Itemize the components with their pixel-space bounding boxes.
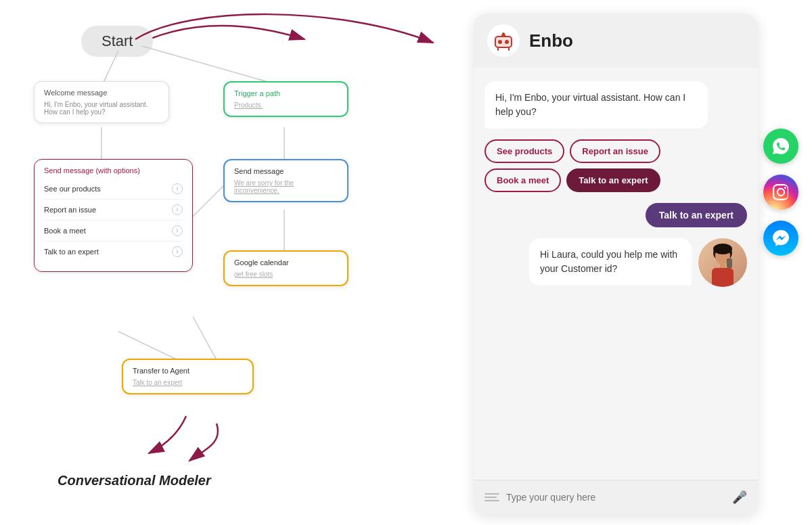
gcal-box: Google calendar get free slots [223,250,348,286]
svg-point-12 [498,40,502,44]
option-dot-expert [172,246,183,257]
option-row-report[interactable]: Report an issue [44,200,183,221]
chat-btn-talk-expert[interactable]: Talk to an expert [566,168,660,192]
options-box: Send message (with options) See our prod… [34,159,193,272]
svg-line-2 [142,46,284,87]
bot-greeting-bubble: Hi, I'm Enbo, your virtual assistant. Ho… [484,81,708,129]
user-choice-bubble: Talk to an expert [646,203,747,227]
transfer-box: Transfer to Agent Talk to an expert [122,359,254,394]
top-arrow-svg [135,26,426,73]
option-dot-products [172,183,183,194]
whatsapp-icon[interactable] [763,129,798,164]
messenger-icon[interactable] [763,221,798,256]
option-row-meet[interactable]: Book a meet [44,221,183,242]
chat-option-buttons: See products Report an issue Book a meet… [484,139,734,192]
svg-point-13 [505,40,509,44]
start-label: Start [102,32,133,49]
svg-rect-23 [727,258,732,268]
svg-point-22 [713,244,732,254]
gcal-title: Google calendar [234,258,338,267]
agent-avatar [698,238,747,287]
chat-btn-see-products[interactable]: See products [484,139,564,163]
trigger-content: Products. [234,101,338,109]
option-row-products[interactable]: See our products [44,179,183,200]
welcome-box: Welcome message Hi, I'm Enbo, your virtu… [34,81,169,123]
chat-input-area: 🎤 [474,480,758,514]
svg-rect-21 [712,268,734,287]
option-dot-meet [172,225,183,236]
chat-header: Enbo [474,14,758,68]
sendmsg-content: We are sorry for the inconvenience. [234,179,338,194]
chat-messages: Hi, I'm Enbo, your virtual assistant. Ho… [474,68,758,480]
svg-point-15 [502,32,505,35]
start-node: Start [81,26,153,57]
transfer-content: Talk to an expert [133,379,243,386]
option-dot-report [172,204,183,215]
chat-btn-report-issue[interactable]: Report an issue [570,139,660,163]
options-title: Send message (with options) [44,166,183,175]
sendmsg-box: Send message We are sorry for the inconv… [223,159,348,202]
bot-avatar [487,24,520,57]
chat-bot-name: Enbo [529,30,573,51]
cm-label: Conversational Modeler [58,473,211,488]
chat-panel: Enbo Hi, I'm Enbo, your virtual assistan… [474,14,758,514]
welcome-title: Welcome message [44,89,159,97]
svg-line-7 [193,183,227,216]
chat-btn-book-meet[interactable]: Book a meet [484,168,561,192]
main-container: Start [0,0,812,525]
agent-bubble: Hi Laura, could you help me with your Cu… [529,238,692,286]
hamburger-icon [484,493,499,501]
welcome-content: Hi, I'm Enbo, your virtual assistant. Ho… [44,101,159,116]
transfer-title: Transfer to Agent [133,367,243,375]
mic-icon[interactable]: 🎤 [732,490,747,505]
instagram-icon[interactable] [763,175,798,210]
trigger-box: Trigger a path Products. [223,81,348,117]
trigger-title: Trigger a path [234,89,338,97]
agent-message-row: Hi Laura, could you help me with your Cu… [529,238,747,287]
gcal-content: get free slots [234,271,338,278]
left-panel: Start [14,7,406,507]
social-icons [763,129,798,256]
option-row-expert[interactable]: Talk to an expert [44,242,183,262]
svg-rect-10 [495,37,512,47]
sendmsg-title: Send message [234,167,338,175]
chat-input-field[interactable] [506,492,725,503]
